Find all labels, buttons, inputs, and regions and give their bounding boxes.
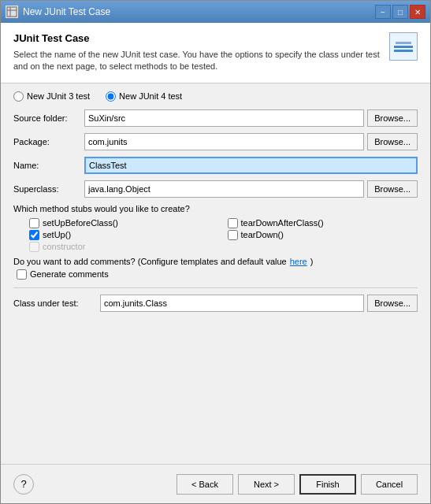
next-button[interactable]: Next > [238, 474, 295, 495]
comments-section: Do you want to add comments? (Configure … [13, 257, 418, 280]
header-title: JUnit Test Case [13, 32, 380, 44]
window-icon [6, 6, 18, 18]
superclass-label: Superclass: [13, 184, 84, 194]
source-folder-browse-button[interactable]: Browse... [367, 109, 418, 127]
title-bar: New JUnit Test Case − □ ✕ [1, 1, 430, 23]
comments-label-row: Do you want to add comments? (Configure … [13, 257, 418, 266]
stubs-section-label: Which method stubs would you like to cre… [13, 204, 418, 213]
junit4-label: New JUnit 4 test [119, 91, 182, 101]
stub-tearDownAfterClass-checkbox[interactable] [228, 218, 238, 228]
stub-setUp[interactable]: setUp() [29, 230, 220, 240]
package-row: Package: Browse... [13, 133, 418, 150]
junit4-option[interactable]: New JUnit 4 test [106, 91, 182, 102]
name-input[interactable] [84, 157, 418, 174]
superclass-input[interactable] [84, 180, 364, 198]
junit3-radio[interactable] [13, 91, 24, 102]
generate-comments-row: Generate comments [17, 269, 418, 280]
maximize-button[interactable]: □ [392, 5, 408, 19]
comments-prefix: Do you want to add comments? (Configure … [13, 257, 287, 266]
divider [13, 287, 418, 288]
minimize-button[interactable]: − [375, 5, 391, 19]
stub-tearDown[interactable]: tearDown() [228, 230, 418, 240]
close-button[interactable]: ✕ [410, 5, 425, 19]
generate-comments-label: Generate comments [30, 269, 109, 279]
class-under-test-input[interactable] [100, 295, 364, 312]
svg-rect-0 [7, 7, 17, 17]
name-label: Name: [13, 161, 84, 170]
footer: ? < Back Next > Finish Cancel [1, 464, 430, 503]
comments-suffix: ) [310, 257, 314, 266]
stub-tearDown-checkbox[interactable] [228, 230, 238, 240]
package-label: Package: [13, 137, 84, 146]
source-folder-row: Source folder: Browse... [13, 109, 418, 127]
class-under-test-row: Class under test: Browse... [13, 295, 418, 312]
junit-icon [389, 32, 418, 61]
title-bar-controls: − □ ✕ [375, 5, 425, 19]
stub-constructor-checkbox[interactable] [29, 242, 39, 252]
package-browse-button[interactable]: Browse... [367, 133, 418, 150]
junit4-radio[interactable] [106, 91, 116, 102]
help-button[interactable]: ? [13, 474, 34, 495]
junit-version-row: New JUnit 3 test New JUnit 4 test [13, 91, 418, 102]
superclass-row: Superclass: Browse... [13, 180, 418, 198]
source-folder-input[interactable] [84, 109, 364, 127]
stub-setUpBeforeClass-checkbox[interactable] [29, 218, 39, 228]
window: New JUnit Test Case − □ ✕ JUnit Test Cas… [0, 0, 431, 504]
source-folder-label: Source folder: [13, 113, 84, 123]
stubs-grid: setUpBeforeClass() tearDownAfterClass() … [29, 218, 418, 252]
name-row: Name: [13, 157, 418, 174]
form-area: New JUnit 3 test New JUnit 4 test Source… [1, 83, 430, 464]
stub-constructor[interactable]: constructor [29, 242, 220, 252]
back-button[interactable]: < Back [176, 474, 233, 495]
stub-setUpBeforeClass[interactable]: setUpBeforeClass() [29, 218, 220, 228]
superclass-browse-button[interactable]: Browse... [367, 180, 418, 198]
header-section: JUnit Test Case Select the name of the n… [1, 23, 430, 83]
finish-button[interactable]: Finish [299, 474, 356, 495]
window-title: New JUnit Test Case [23, 6, 110, 17]
header-description: Select the name of the new JUnit test ca… [13, 49, 380, 73]
stub-tearDownAfterClass[interactable]: tearDownAfterClass() [228, 218, 418, 228]
junit3-option[interactable]: New JUnit 3 test [13, 91, 90, 102]
footer-buttons: < Back Next > Finish Cancel [176, 474, 418, 495]
title-bar-left: New JUnit Test Case [6, 6, 110, 18]
junit3-label: New JUnit 3 test [27, 91, 90, 101]
package-input[interactable] [84, 133, 364, 150]
comments-link[interactable]: here [290, 257, 307, 266]
stub-setUp-checkbox[interactable] [29, 230, 39, 240]
class-under-test-label: Class under test: [13, 298, 100, 308]
class-under-test-browse-button[interactable]: Browse... [367, 295, 418, 312]
generate-comments-checkbox[interactable] [17, 269, 27, 280]
cancel-button[interactable]: Cancel [361, 474, 418, 495]
